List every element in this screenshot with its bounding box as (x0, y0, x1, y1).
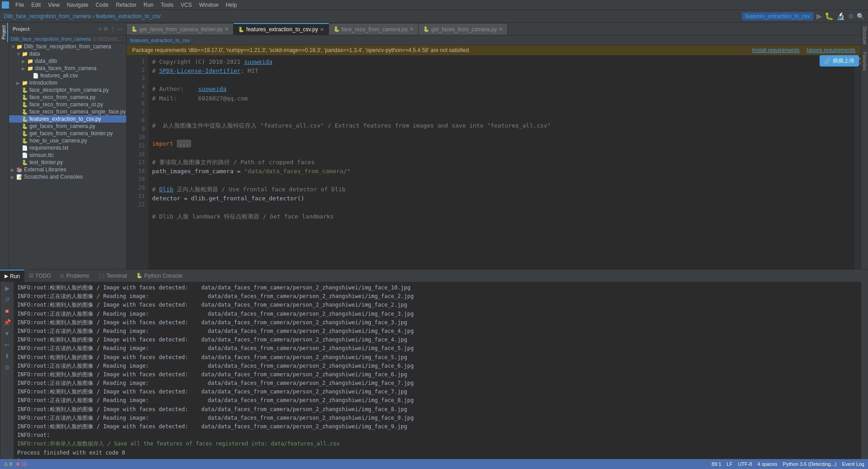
run-rerun-btn[interactable]: ↺ (3, 295, 11, 304)
run-autoscroll-btn[interactable]: ⬇ (3, 351, 11, 361)
tree-item[interactable]: ▼📁Dlib_face_recognition_from_camera (9, 43, 126, 50)
code-line[interactable]: # Mail: 6928827@qq.com (152, 94, 851, 103)
tree-item[interactable]: ▼📁data (9, 50, 126, 57)
run-settings2-btn[interactable]: ⚙ (3, 363, 11, 372)
code-line[interactable]: # 要读取人脸图像文件的路径 / Path of cropped faces (152, 158, 851, 167)
editor-tab-features_extraction_to_csv-py[interactable]: 🐍features_extraction_to_csv.py✕ (234, 23, 329, 35)
install-requirements-link[interactable]: Install requirements (752, 47, 800, 53)
warnings-status[interactable]: ⚠ 8 (4, 461, 12, 467)
tree-item[interactable]: ▶📁introduction (9, 79, 126, 86)
settings-icon[interactable]: ⚙ (103, 26, 108, 32)
tab-close-btn[interactable]: ✕ (320, 27, 324, 33)
editor-tab-get_faces_from_camera-py[interactable]: 🐍get_faces_from_camera.py✕ (419, 23, 508, 35)
minimize-icon[interactable]: — (117, 26, 123, 32)
code-line[interactable] (152, 76, 851, 85)
menu-item-tools[interactable]: Tools (157, 1, 177, 9)
encoding-status[interactable]: UTF-8 (738, 461, 752, 467)
project-tab[interactable]: Project (0, 23, 8, 42)
code-link[interactable]: Dlib (159, 186, 173, 193)
menu-item-refactor[interactable]: Refactor (112, 1, 140, 9)
tree-item[interactable]: 🐍face_descriptor_from_camera.py (9, 86, 126, 94)
favorites-tab[interactable]: Favorites (861, 48, 868, 74)
ignore-requirements-link[interactable]: Ignore requirements (807, 47, 855, 53)
menu-item-code[interactable]: Code (92, 1, 112, 9)
floating-upload-btn[interactable]: 🔗 插插上传 (820, 55, 859, 66)
tree-item[interactable]: ▶📁data_faces_from_camera (9, 65, 126, 72)
tree-item[interactable]: 🐍features_extraction_to_csv.py (9, 115, 126, 123)
tree-item[interactable]: 🐍face_reco_from_camera_single_face.py (9, 108, 126, 115)
run-output[interactable]: INFO:root:检测到人脸的图像 / Image with faces de… (14, 282, 861, 459)
tree-item[interactable]: 🐍face_reco_from_camera.py (9, 94, 126, 101)
code-line[interactable]: import ... (152, 139, 851, 148)
code-line[interactable] (152, 112, 851, 121)
menu-item-file[interactable]: File (12, 1, 28, 9)
search-everywhere-btn[interactable]: 🔍 (857, 13, 864, 20)
interpreter-status[interactable]: Python 3.6 (Detecting...) (783, 461, 837, 467)
bottom-tab-todo[interactable]: ☑TODO (24, 270, 55, 282)
event-log[interactable]: Event Log (842, 461, 864, 467)
tab-close-btn[interactable]: ✕ (410, 26, 414, 32)
menu-item-navigate[interactable]: Navigate (63, 1, 92, 9)
bottom-tab-run[interactable]: ▶Run (0, 270, 24, 282)
tree-item[interactable]: ▶📁data_dlib (9, 57, 126, 65)
editor-tab-get_faces_from_camera_tkinter-py[interactable]: 🐍get_faces_from_camera_tkinter.py✕ (127, 23, 234, 35)
tree-item[interactable]: 🐍face_reco_from_camera_ot.py (9, 101, 126, 108)
fold-indicator[interactable]: ... (177, 140, 191, 147)
indent-status[interactable]: 4 spaces (758, 461, 777, 467)
code-line[interactable] (152, 203, 851, 212)
code-link[interactable]: SPDX-License-Identifier (159, 67, 241, 74)
run-stop-btn[interactable]: ■ (4, 306, 10, 316)
code-line[interactable]: # Dlib 人脸 landmark 特征点检测器 / Get face lan… (152, 212, 851, 221)
bottom-tab-problems[interactable]: ⚠Problems (55, 270, 94, 282)
breadcrumb-file[interactable]: features_extraction_to_csv (130, 38, 190, 43)
code-line[interactable]: # Copyright (C) 2018-2021 suoweida (152, 57, 851, 66)
menu-item-vcs[interactable]: VCS (177, 1, 196, 9)
code-line[interactable] (152, 103, 851, 112)
bottom-tab-terminal[interactable]: ⬛Terminal (94, 270, 131, 282)
tree-item[interactable]: ▶📝Scratches and Consoles (9, 173, 126, 180)
code-line[interactable]: # Author: suoweida (152, 85, 851, 94)
code-line[interactable]: # Dlib 正向人脸检测器 / Use frontal face detect… (152, 185, 851, 194)
errors-status[interactable]: ✖ 16 (16, 461, 27, 467)
code-line[interactable]: path_images_from_camera = "data/data_fac… (152, 167, 851, 176)
tab-close-btn[interactable]: ✕ (224, 26, 229, 32)
tree-item[interactable]: 🐍how_to_use_camera.py (9, 137, 126, 144)
line-sep-status[interactable]: LF (727, 461, 733, 467)
code-link[interactable]: suoweida (198, 85, 227, 92)
tree-item[interactable]: 🐍test_tkinter.py (9, 159, 126, 166)
tree-item[interactable]: 📄simsun.ttc (9, 152, 126, 159)
project-name-link[interactable]: Dlib_face_recognition_from_camera (4, 13, 91, 19)
tree-item[interactable]: 🐍get_faces_from_camera.py (9, 123, 126, 130)
gear-icon[interactable]: ⋮ (110, 26, 115, 32)
menu-item-run[interactable]: Run (140, 1, 157, 9)
run-filter-btn[interactable]: ▼ (3, 329, 11, 338)
run-config-dropdown[interactable]: features_extraction_to_csv (742, 12, 814, 20)
debug-btn[interactable]: 🐛 (825, 12, 834, 20)
editor-tab-face_reco_from_camera-py[interactable]: 🐍face_reco_from_camera.py✕ (329, 23, 419, 35)
menu-item-help[interactable]: Help (222, 1, 241, 9)
tree-item[interactable]: ▶📚External Libraries (9, 166, 126, 173)
collapse-all-icon[interactable]: ≡ (98, 26, 101, 32)
run-btn[interactable]: ▶ (816, 12, 822, 20)
tree-item[interactable]: 🐍get_faces_from_camera_tkinter.py (9, 130, 126, 137)
tree-item[interactable]: 📄features_all.csv (9, 72, 126, 79)
code-line[interactable] (152, 148, 851, 157)
menu-item-window[interactable]: Window (196, 1, 222, 9)
bottom-tab-python-console[interactable]: 🐍Python Console (132, 270, 187, 282)
run-play-btn[interactable]: ▶ (4, 284, 11, 293)
code-line[interactable] (152, 130, 851, 139)
tree-item[interactable]: 📄requirements.txt (9, 144, 126, 152)
settings-btn[interactable]: ⚙ (848, 13, 854, 20)
structure-tab[interactable]: Structure (861, 23, 868, 48)
code-link[interactable]: suoweida (244, 58, 273, 65)
coverage-btn[interactable]: 🔬 (836, 12, 845, 20)
menu-item-view[interactable]: View (44, 1, 63, 9)
file-name-link[interactable]: features_extraction_to_csv (95, 13, 160, 19)
tab-close-btn[interactable]: ✕ (499, 26, 503, 32)
code-line[interactable]: # SPDX-License-Identifier: MIT (152, 66, 851, 76)
code-line[interactable]: # 从人脸图像文件中提取人脸特征存入 "features_all.csv" / … (152, 121, 851, 130)
run-pin-btn[interactable]: 📌 (2, 317, 12, 327)
project-name-tree[interactable]: Dlib_face_recognition_from_camera (11, 36, 91, 42)
code-content[interactable]: # Copyright (C) 2018-2021 suoweida# SPDX… (148, 56, 854, 269)
run-wrap-btn[interactable]: ↩ (3, 340, 11, 350)
